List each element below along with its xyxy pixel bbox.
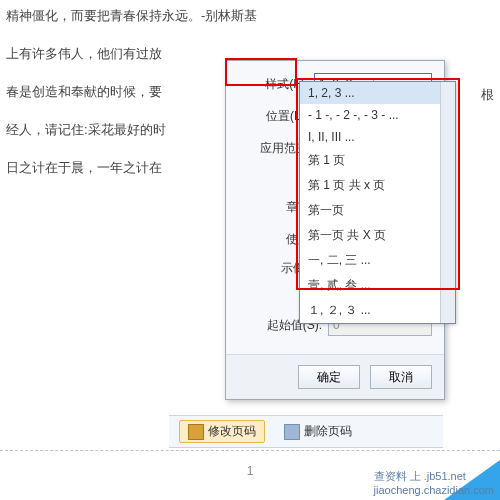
dropdown-option[interactable]: 第一页 <box>300 198 455 223</box>
page-break-line <box>0 450 500 451</box>
delete-label: 删除页码 <box>304 423 352 440</box>
dropdown-option[interactable]: １, ２, ３ ... <box>300 298 455 323</box>
style-dropdown-list[interactable]: 1, 2, 3 ... - 1 -, - 2 -, - 3 - ... I, I… <box>299 81 456 324</box>
watermark: 查资料 上 .jb51.netjiaocheng.chazidian.com <box>374 469 494 496</box>
dropdown-option[interactable]: I, II, III ... <box>300 126 455 148</box>
dropdown-option[interactable]: - 1 -, - 2 -, - 3 - ... <box>300 104 455 126</box>
scrollbar[interactable] <box>440 82 455 323</box>
dropdown-option[interactable]: 1, 2, 3 ... <box>300 82 455 104</box>
dropdown-option[interactable]: 第 1 页 <box>300 148 455 173</box>
edit-icon <box>188 424 204 440</box>
dropdown-option[interactable]: 第一页 共 X 页 <box>300 223 455 248</box>
ok-button[interactable]: 确定 <box>298 365 360 389</box>
cancel-button[interactable]: 取消 <box>370 365 432 389</box>
doc-line: 精神僵化，而要把青春保持永远。-别林斯基 <box>6 4 494 28</box>
dropdown-option[interactable]: 第 1 页 共 x 页 <box>300 173 455 198</box>
delete-page-number-button[interactable]: 删除页码 <box>275 420 361 443</box>
page-number-toolbar: 修改页码 删除页码 <box>169 415 443 448</box>
edit-label: 修改页码 <box>208 423 256 440</box>
edit-page-number-button[interactable]: 修改页码 <box>179 420 265 443</box>
dropdown-option[interactable]: 壹, 贰, 叁 ... <box>300 273 455 298</box>
dropdown-option[interactable]: 一, 二, 三 ... <box>300 248 455 273</box>
doc-fragment: 根 <box>481 86 494 104</box>
delete-icon <box>284 424 300 440</box>
